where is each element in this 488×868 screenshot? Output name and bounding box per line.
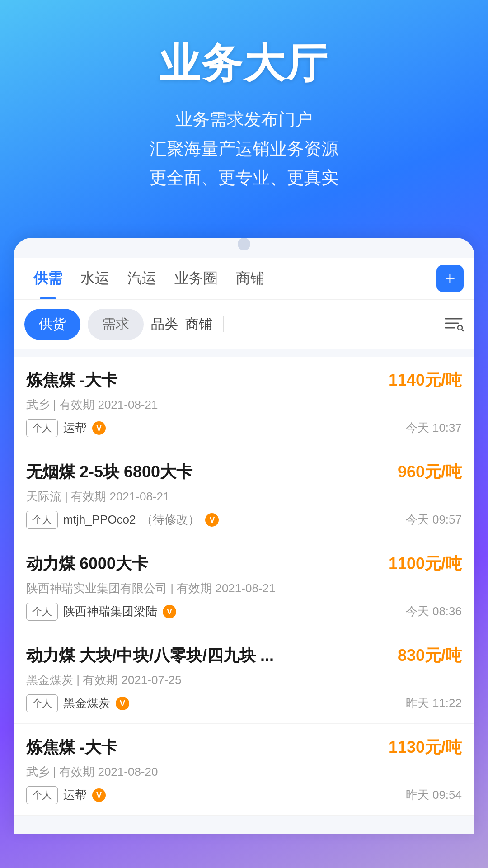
tabs-row: 供需 水运 汽运 业务圈 商铺 + <box>14 258 474 300</box>
page-title: 业务大厅 <box>18 36 470 91</box>
item-price: 1100元/吨 <box>389 553 462 575</box>
filter-row: 供货 需求 品类 商铺 <box>14 300 474 349</box>
list-section: 炼焦煤 -大卡 1140元/吨 武乡 | 有效期 2021-08-21 个人 运… <box>14 357 474 816</box>
item-header: 动力煤 大块/中块/八零块/四九块 ... 830元/吨 <box>26 645 462 667</box>
verified-icon: V <box>116 697 129 710</box>
list-item[interactable]: 炼焦煤 -大卡 1130元/吨 武乡 | 有效期 2021-08-20 个人 运… <box>14 724 474 816</box>
tag-user: mtjh_PPOco2 <box>63 513 136 527</box>
item-meta: 武乡 | 有效期 2021-08-21 <box>26 397 462 413</box>
filter-divider <box>223 316 224 332</box>
filter-icon[interactable] <box>444 314 464 334</box>
tag-pending: （待修改） <box>141 512 200 528</box>
item-meta: 武乡 | 有效期 2021-08-20 <box>26 764 462 780</box>
tag-user: 运帮 <box>63 787 87 803</box>
tag-personal: 个人 <box>26 603 58 621</box>
item-tags: 个人 陕西神瑞集团梁陆 V <box>26 603 176 621</box>
item-title: 无烟煤 2-5块 6800大卡 <box>26 461 192 483</box>
tag-user: 运帮 <box>63 420 87 436</box>
item-title: 炼焦煤 -大卡 <box>26 736 117 759</box>
item-header: 动力煤 6000大卡 1100元/吨 <box>26 553 462 575</box>
item-tags: 个人 黑金煤炭 V <box>26 694 129 712</box>
hero-subtitle-line2: 汇聚海量产运销业务资源 <box>18 134 470 164</box>
tag-user: 陕西神瑞集团梁陆 <box>63 604 157 619</box>
list-item[interactable]: 动力煤 大块/中块/八零块/四九块 ... 830元/吨 黑金煤炭 | 有效期 … <box>14 632 474 724</box>
verified-icon: V <box>163 605 176 618</box>
hero-subtitle-line3: 更全面、更专业、更真实 <box>18 163 470 193</box>
item-meta: 天际流 | 有效期 2021-08-21 <box>26 489 462 505</box>
svg-line-4 <box>461 329 463 331</box>
item-meta: 黑金煤炭 | 有效期 2021-07-25 <box>26 672 462 688</box>
item-footer: 个人 陕西神瑞集团梁陆 V 今天 08:36 <box>26 603 462 621</box>
tag-personal: 个人 <box>26 786 58 804</box>
demand-filter-button[interactable]: 需求 <box>88 309 144 340</box>
item-time: 今天 10:37 <box>406 420 462 436</box>
item-title: 动力煤 6000大卡 <box>26 553 148 575</box>
list-item[interactable]: 动力煤 6000大卡 1100元/吨 陕西神瑞实业集团有限公司 | 有效期 20… <box>14 540 474 632</box>
item-header: 炼焦煤 -大卡 1130元/吨 <box>26 736 462 759</box>
tag-user: 黑金煤炭 <box>63 695 110 711</box>
tab-road-transport[interactable]: 汽运 <box>118 258 165 299</box>
item-title: 动力煤 大块/中块/八零块/四九块 ... <box>26 645 274 667</box>
hero-subtitle-line1: 业务需求发布门户 <box>18 105 470 134</box>
supply-filter-button[interactable]: 供货 <box>24 309 80 340</box>
item-price: 830元/吨 <box>398 645 462 667</box>
add-button[interactable]: + <box>436 265 464 292</box>
item-time: 今天 09:57 <box>406 512 462 528</box>
tag-personal: 个人 <box>26 694 58 712</box>
camera-dot <box>238 238 250 250</box>
tab-supply-demand[interactable]: 供需 <box>24 258 71 299</box>
hero-section: 业务大厅 业务需求发布门户 汇聚海量产运销业务资源 更全面、更专业、更真实 <box>0 0 488 220</box>
item-title: 炼焦煤 -大卡 <box>26 369 117 392</box>
item-tags: 个人 mtjh_PPOco2 （待修改） V <box>26 511 219 529</box>
item-header: 炼焦煤 -大卡 1140元/吨 <box>26 369 462 392</box>
tab-shop[interactable]: 商铺 <box>227 258 274 299</box>
verified-icon: V <box>205 513 219 527</box>
tab-water-transport[interactable]: 水运 <box>71 258 118 299</box>
item-price: 1130元/吨 <box>389 736 462 759</box>
item-footer: 个人 运帮 V 昨天 09:54 <box>26 786 462 804</box>
hero-subtitle: 业务需求发布门户 汇聚海量产运销业务资源 更全面、更专业、更真实 <box>18 105 470 193</box>
list-item[interactable]: 炼焦煤 -大卡 1140元/吨 武乡 | 有效期 2021-08-21 个人 运… <box>14 357 474 448</box>
item-tags: 个人 运帮 V <box>26 786 106 804</box>
tag-personal: 个人 <box>26 511 58 529</box>
item-meta: 陕西神瑞实业集团有限公司 | 有效期 2021-08-21 <box>26 580 462 596</box>
card-container: 供需 水运 汽运 业务圈 商铺 + 供货 需求 品类 商铺 炼焦 <box>14 238 474 834</box>
item-time: 昨天 09:54 <box>406 787 462 803</box>
item-header: 无烟煤 2-5块 6800大卡 960元/吨 <box>26 461 462 483</box>
item-footer: 个人 运帮 V 今天 10:37 <box>26 419 462 437</box>
tag-personal: 个人 <box>26 419 58 437</box>
item-time: 昨天 11:22 <box>406 695 462 711</box>
shop-filter[interactable]: 商铺 <box>185 315 212 334</box>
list-item[interactable]: 无烟煤 2-5块 6800大卡 960元/吨 天际流 | 有效期 2021-08… <box>14 448 474 540</box>
category-filter[interactable]: 品类 <box>151 315 178 334</box>
plus-icon: + <box>445 269 455 287</box>
verified-icon: V <box>92 788 106 802</box>
item-price: 960元/吨 <box>398 461 462 483</box>
tab-business-circle[interactable]: 业务圈 <box>165 258 227 299</box>
verified-icon: V <box>92 421 106 435</box>
item-price: 1140元/吨 <box>389 369 462 392</box>
item-tags: 个人 运帮 V <box>26 419 106 437</box>
item-footer: 个人 mtjh_PPOco2 （待修改） V 今天 09:57 <box>26 511 462 529</box>
item-footer: 个人 黑金煤炭 V 昨天 11:22 <box>26 694 462 712</box>
item-time: 今天 08:36 <box>406 604 462 619</box>
